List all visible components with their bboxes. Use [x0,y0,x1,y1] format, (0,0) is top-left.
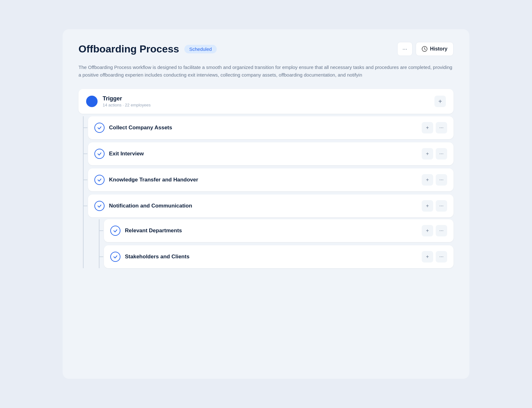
item-more-button[interactable]: ··· [436,251,447,262]
check-icon [94,123,105,133]
item-title-notification: Notification and Communication [109,203,192,209]
check-icon [94,149,105,159]
trigger-subtitle: 14 actions · 22 employees [103,103,151,107]
workflow-item-knowledge: Knowledge Transfer and Handover + ··· [88,168,454,191]
item-more-button[interactable]: ··· [436,148,447,160]
item-add-button[interactable]: + [422,200,433,212]
nested-connector [99,219,99,268]
more-options-button[interactable]: ··· [397,42,413,56]
nested-item-departments: Relevant Departments + ··· [104,219,454,242]
item-add-button[interactable]: + [422,122,433,133]
item-actions: + ··· [422,148,447,160]
header-actions: ··· History [397,42,454,56]
trigger-info: Trigger 14 actions · 22 employees [103,95,151,107]
page-title: Offboarding Process [78,43,179,55]
item-actions: + ··· [422,122,447,133]
workflow-item-collect: Collect Company Assets + ··· [88,116,454,139]
item-more-button[interactable]: ··· [436,200,447,212]
main-card: Offboarding Process Scheduled ··· Histor… [63,29,469,379]
check-icon [94,175,105,185]
item-add-button[interactable]: + [422,148,433,160]
trigger-block: Trigger 14 actions · 22 employees + [78,89,454,114]
item-more-button[interactable]: ··· [436,174,447,186]
item-title-collect: Collect Company Assets [109,125,172,131]
item-add-button[interactable]: + [422,251,433,262]
description-text: The Offboarding Process workflow is desi… [78,64,454,79]
item-left: Exit Interview [94,149,144,159]
clock-icon [422,46,427,52]
trigger-dot-icon [86,96,98,107]
item-left: Knowledge Transfer and Handover [94,175,198,185]
trigger-add-button[interactable]: + [434,96,446,107]
item-left: Stakeholders and Clients [110,252,189,262]
item-left: Notification and Communication [94,201,192,211]
workflow-list: Collect Company Assets + ··· Exit Interv… [78,116,454,268]
item-more-button[interactable]: ··· [436,225,447,236]
trigger-left: Trigger 14 actions · 22 employees [86,95,151,107]
history-label: History [430,46,447,52]
header-left: Offboarding Process Scheduled [78,43,217,55]
workflow-item-notification: Notification and Communication + ··· [88,194,454,217]
connector-line [83,116,84,268]
plus-icon: + [438,98,442,105]
item-add-button[interactable]: + [422,225,433,236]
item-title-stakeholders: Stakeholders and Clients [125,254,189,260]
check-icon [94,201,105,211]
item-left: Relevant Departments [110,226,182,236]
nested-list: Relevant Departments + ··· Stakeholders … [88,219,454,268]
status-badge: Scheduled [184,45,217,53]
check-icon [110,252,120,262]
item-more-button[interactable]: ··· [436,122,447,133]
item-actions: + ··· [422,200,447,212]
item-add-button[interactable]: + [422,174,433,186]
history-button[interactable]: History [416,42,454,56]
trigger-title: Trigger [103,95,151,102]
item-actions: + ··· [422,225,447,236]
item-title-departments: Relevant Departments [125,228,182,234]
nested-item-stakeholders: Stakeholders and Clients + ··· [104,245,454,268]
item-left: Collect Company Assets [94,123,172,133]
workflow-item-exit: Exit Interview + ··· [88,142,454,165]
page-header: Offboarding Process Scheduled ··· Histor… [78,42,454,56]
item-title-exit: Exit Interview [109,151,144,157]
item-title-knowledge: Knowledge Transfer and Handover [109,177,198,183]
item-actions: + ··· [422,174,447,186]
item-actions: + ··· [422,251,447,262]
check-icon [110,226,120,236]
